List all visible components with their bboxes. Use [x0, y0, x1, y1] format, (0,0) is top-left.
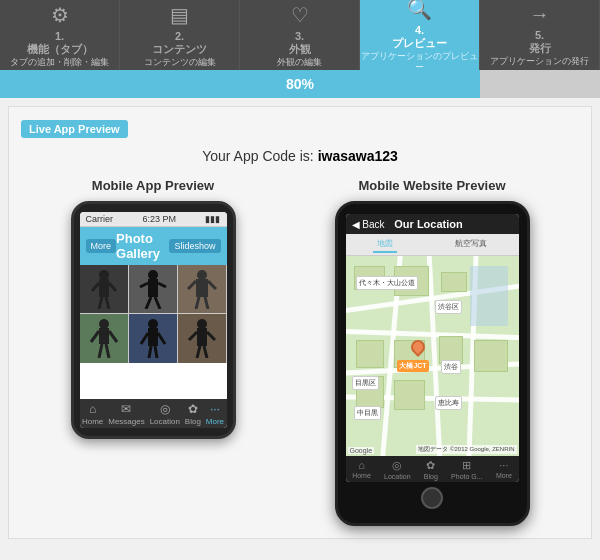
svg-line-34 — [197, 346, 200, 358]
step-2-num: 2. — [175, 30, 184, 42]
svg-line-23 — [106, 344, 109, 358]
map-tab-bar: 地図 航空写真 — [346, 234, 519, 256]
android-nav-blog[interactable]: ✿ Blog — [424, 459, 438, 480]
map-tab-map[interactable]: 地図 — [373, 236, 397, 253]
svg-line-27 — [158, 333, 165, 344]
svg-rect-1 — [99, 279, 109, 297]
figure-svg-6 — [187, 318, 217, 358]
step-2-tab[interactable]: ▤ 2. コンテンツ コンテンツの編集 — [120, 0, 240, 70]
android-location-icon: ◎ — [392, 459, 402, 472]
svg-line-26 — [141, 333, 148, 344]
android-nav-more[interactable]: ··· More — [496, 459, 512, 480]
android-nav-location[interactable]: ◎ Location — [384, 459, 410, 480]
phone-nav-more[interactable]: ··· More — [206, 402, 224, 426]
phone-nav-messages-label: Messages — [108, 417, 144, 426]
app-code-value: iwasawa123 — [318, 148, 398, 164]
step-3-num: 3. — [295, 30, 304, 42]
map-label-ebisu: 恵比寿 — [435, 396, 462, 410]
phone-status-bar: Carrier 6:23 PM ▮▮▮ — [80, 212, 227, 227]
android-nav-photo-label: Photo G... — [451, 473, 483, 480]
svg-line-21 — [109, 331, 117, 342]
svg-line-5 — [106, 297, 109, 309]
android-frame: ◀ Back Our Location 地図 航空写真 — [335, 201, 530, 526]
map-label-shibuya: 渋谷区 — [435, 300, 462, 314]
map-block-9 — [394, 380, 425, 410]
svg-point-0 — [99, 270, 109, 280]
svg-line-10 — [146, 297, 151, 309]
svg-line-20 — [91, 331, 99, 342]
phone-nav-home[interactable]: ⌂ Home — [82, 402, 103, 426]
photo-cell-1 — [80, 265, 128, 313]
photo-cell-2 — [129, 265, 177, 313]
svg-line-2 — [92, 283, 99, 291]
map-label-nakameguro: 中目黒 — [354, 406, 381, 420]
svg-line-11 — [155, 297, 160, 309]
map-label-meguro: 目黒区 — [352, 376, 379, 390]
map-block-7 — [474, 340, 509, 372]
photo-cell-6 — [178, 314, 226, 362]
photo-grid — [80, 265, 227, 363]
map-copyright: 地図データ ©2012 Google, ZENRIN — [416, 445, 516, 454]
map-label-yoyogi: 代々木・大山公道 — [356, 276, 418, 290]
back-button[interactable]: ◀ Back — [352, 219, 385, 230]
android-home-circle[interactable] — [421, 487, 443, 509]
svg-line-15 — [208, 281, 216, 289]
step-5-tab[interactable]: → 5. 発行 アプリケーションの発行 — [480, 0, 600, 70]
figure-svg-1 — [89, 269, 119, 309]
top-navigation: ⚙ 1. 機能（タブ） タブの追加・削除・編集 ▤ 2. コンテンツ コンテンツ… — [0, 0, 600, 70]
phone-nav-home-label: Home — [82, 417, 103, 426]
step-3-tab[interactable]: ♡ 3. 外観 外観の編集 — [240, 0, 360, 70]
progress-label: 80% — [286, 76, 314, 92]
svg-line-35 — [204, 346, 207, 358]
mobile-website-preview-title: Mobile Website Preview — [358, 178, 505, 193]
android-top-bar: ◀ Back Our Location — [346, 214, 519, 234]
previews-row: Mobile App Preview Carrier 6:23 PM ▮▮▮ M… — [21, 178, 579, 526]
android-nav-location-label: Location — [384, 473, 410, 480]
figure-svg-2 — [138, 269, 168, 309]
main-content: Live App Preview Your App Code is: iwasa… — [8, 106, 592, 539]
preview-icon: 🔍 — [407, 0, 432, 21]
appearance-icon: ♡ — [291, 3, 309, 27]
photo-cell-5 — [129, 314, 177, 362]
map-water — [470, 266, 508, 326]
phone-nav-blog-label: Blog — [185, 417, 201, 426]
publish-icon: → — [530, 3, 550, 26]
phone-nav-blog[interactable]: ✿ Blog — [185, 402, 201, 426]
phone-nav-location[interactable]: ◎ Location — [150, 402, 180, 426]
map-tab-aerial[interactable]: 航空写真 — [451, 236, 491, 253]
step-1-sub: タブの追加・削除・編集 — [10, 57, 109, 68]
figure-svg-3 — [187, 269, 217, 309]
app-code-line: Your App Code is: iwasawa123 — [21, 148, 579, 164]
step-1-tab[interactable]: ⚙ 1. 機能（タブ） タブの追加・削除・編集 — [0, 0, 120, 70]
blog-icon: ✿ — [188, 402, 198, 416]
phone-nav-messages[interactable]: ✉ Messages — [108, 402, 144, 426]
step-5-label: 発行 — [529, 41, 551, 56]
step-2-label: コンテンツ — [152, 42, 207, 57]
photo-cell-4 — [80, 314, 128, 362]
phone-empty-area — [80, 363, 227, 399]
more-button[interactable]: More — [86, 239, 117, 253]
phone-app-header: More Photo Gallery Slideshow — [80, 227, 227, 265]
battery-icon: ▮▮▮ — [205, 214, 220, 224]
step-4-label: プレビュー — [392, 36, 447, 51]
step-4-tab[interactable]: 🔍 4. プレビュー アプリケーションのプレビュー — [360, 0, 480, 70]
phone-frame: Carrier 6:23 PM ▮▮▮ More Photo Gallery S… — [71, 201, 236, 439]
svg-point-30 — [197, 319, 207, 329]
android-nav-blog-label: Blog — [424, 473, 438, 480]
svg-rect-13 — [196, 279, 208, 297]
step-1-num: 1. — [55, 30, 64, 42]
android-nav-home[interactable]: ⌂ Home — [352, 459, 371, 480]
svg-line-8 — [140, 283, 148, 287]
mobile-app-preview-title: Mobile App Preview — [92, 178, 214, 193]
mobile-website-preview-col: Mobile Website Preview ◀ Back Our Locati… — [335, 178, 530, 526]
android-nav-photo[interactable]: ⊞ Photo G... — [451, 459, 483, 480]
step-3-sub: 外観の編集 — [277, 57, 322, 68]
phone-screen: Carrier 6:23 PM ▮▮▮ More Photo Gallery S… — [80, 212, 227, 428]
carrier-label: Carrier — [86, 214, 114, 224]
svg-point-6 — [148, 270, 158, 280]
progress-fill — [0, 70, 480, 98]
svg-line-16 — [196, 297, 199, 309]
slideshow-button[interactable]: Slideshow — [169, 239, 220, 253]
step-2-sub: コンテンツの編集 — [144, 57, 216, 68]
svg-line-17 — [205, 297, 208, 309]
